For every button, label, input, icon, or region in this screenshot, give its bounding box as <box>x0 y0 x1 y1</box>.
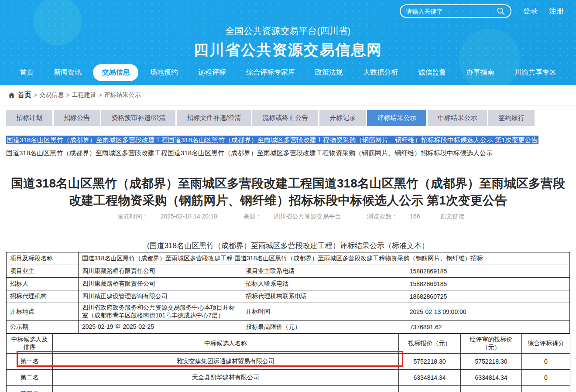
site-title: 四川省公共资源交易信息网 <box>0 40 576 60</box>
search-box[interactable] <box>400 4 511 18</box>
nav-item-integrity[interactable]: 诚信监督 <box>409 64 455 81</box>
site-super-title: 全国公共资源交易平台(四川省) <box>0 25 576 37</box>
main-nav: 首页 新闻资讯 交易信息 场地预约 远程评标 综合评标专家库 政策法规 大数据分… <box>0 64 576 81</box>
row-value2: 18682860725 <box>406 290 569 303</box>
table-row: 公示期 2025-02-19 至 2025-02-25 投标最高限价（元） 73… <box>7 321 570 334</box>
nav-item-trade-info[interactable]: 交易信息 <box>93 64 138 81</box>
selected-list-item[interactable]: 国道318名山区黑竹（成都界）至雨城区多营段改建工程国道318名山区黑竹（成都界… <box>6 136 538 144</box>
breadcrumb-home[interactable]: 首页 <box>17 91 31 100</box>
nav-item-chuanyu-zone[interactable]: 川渝共享专区 <box>506 64 565 81</box>
row-value: 四川省政府政务服务和公共资源交易服务中心本项目开标室（成都市青羊区鼓楼南街101… <box>79 303 242 321</box>
tab-evaluation-result[interactable]: 评标结果公示 <box>367 110 426 126</box>
info-table: 项目及标段名称 国道318名山区黑竹（成都界）至雨城区多营段改建工程 国道318… <box>6 252 570 392</box>
breadcrumb-separator: > <box>98 92 102 99</box>
candidate-score <box>522 386 570 392</box>
breadcrumb-separator: > <box>66 92 69 99</box>
view-count: 浏览次数：166 <box>361 213 426 220</box>
col-header-reviewed-price: 经评审的投标价（元） <box>461 334 522 354</box>
section-title: (国道318名山区黑竹（成都界）至雨城区多营段改建工程）评标结果公示（标准文本） <box>0 241 576 251</box>
breadcrumb: 首页 > 交易信息 > 工程建设 > 评标结果公示 <box>0 85 576 106</box>
page-title: 国道318名山区黑竹（成都界）至雨城区多营段改建工程国道318名山区黑竹（成都界… <box>0 175 576 209</box>
tab-contract-performance[interactable]: 签约履行 <box>488 110 535 126</box>
row-value2: 15882869185 <box>406 278 569 290</box>
candidate-row-2: 第二名 天全县凯华建材有限公司 6334814.34 6334814.34 0 <box>7 370 570 386</box>
candidate-reviewed-price: 5752218.30 <box>461 354 522 370</box>
row-value2: 7376891.62 <box>406 321 569 334</box>
nav-item-home[interactable]: 首页 <box>11 64 42 81</box>
publish-time: 发布时间：2025-02-18 14:20:18 <box>111 213 223 220</box>
candidate-rank: 第三名 <box>7 386 53 392</box>
row-label2: 招标人联系电话 <box>242 278 406 290</box>
home-icon[interactable] <box>8 92 15 99</box>
row-value2: 2025-02-13 09:00:00 <box>406 303 569 321</box>
row-label: 公示期 <box>7 321 79 334</box>
row-value: 国道318名山区黑竹（成都界）至雨城区多营段改建工程 国道318名山区黑竹（成都… <box>79 252 570 265</box>
candidate-row-1: 第一名 雅安交建集团运通建材贸易有限公司 5752218.30 5752218.… <box>7 354 570 370</box>
col-header-rank: 中标候选人及排序 <box>7 334 53 354</box>
header-top: 登录 注册 <box>400 4 564 18</box>
candidate-rank: 第二名 <box>7 370 53 386</box>
table-row: 开标地点 四川省政府政务服务和公共资源交易服务中心本项目开标室（成都市青羊区鼓楼… <box>7 303 570 321</box>
breadcrumb-trade-info[interactable]: 交易信息 <box>39 91 64 99</box>
candidate-row-3: 第三名 <box>7 386 570 392</box>
tab-bid-announcement[interactable]: 招标公告 <box>54 110 100 126</box>
col-header-score: 综合评标得分 <box>522 334 570 354</box>
candidate-name: 雅安交建集团运通建材贸易有限公司 <box>53 354 399 370</box>
breadcrumb-construction[interactable]: 工程建设 <box>72 91 96 99</box>
list-item[interactable]: 国道318名山区黑竹（成都界）至雨城区多营段改建工程国道318名山区黑竹（成都界… <box>6 149 576 157</box>
col-header-name: 中标候选人名称 <box>53 334 399 354</box>
table-row: 项目业主 四川康藏路桥有限责任公司 项目业主联系电话 15882869185 <box>7 265 570 278</box>
nav-item-service-guide[interactable]: 办事指南 <box>458 64 503 81</box>
tab-failed-or-terminated[interactable]: 流标或终止公告 <box>252 110 318 126</box>
source: 来源：四川省公共资源交易平台 <box>237 213 347 220</box>
article-meta: 发布时间：2025-02-18 14:20:18 来源：四川省公共资源交易平台 … <box>0 213 576 221</box>
original-link[interactable]: 原文链接 <box>440 213 465 220</box>
breadcrumb-evaluation-result[interactable]: 评标结果公示 <box>104 91 141 99</box>
row-value2: 15882869185 <box>406 265 569 278</box>
row-value: 四川康藏路桥有限责任公司 <box>79 278 242 290</box>
candidate-bid-price <box>399 386 461 392</box>
nav-item-big-data[interactable]: 大数据分析 <box>354 64 407 81</box>
col-header-bid-price: 投标报价（元） <box>399 334 461 354</box>
tab-award-result[interactable]: 中标结果公示 <box>428 110 487 126</box>
row-label2: 投标最高限价（元） <box>242 321 406 334</box>
candidates-table: 中标候选人及排序 中标候选人名称 投标报价（元） 经评审的投标价（元） 综合评标… <box>6 334 570 392</box>
page-title-line2: 改建工程物资采购（钢筋网片、钢纤维）招标标段中标候选人公示 第1次变更公告 <box>4 192 572 209</box>
page-title-line1: 国道318名山区黑竹（成都界）至雨城区多营段改建工程国道318名山区黑竹（成都界… <box>4 175 572 192</box>
candidate-score: 0 <box>522 354 570 370</box>
table-row: 项目及标段名称 国道318名山区黑竹（成都界）至雨城区多营段改建工程 国道318… <box>7 252 570 265</box>
tab-bid-plan[interactable]: 招标计划 <box>6 110 52 126</box>
row-label: 项目及标段名称 <box>7 252 79 265</box>
table-row: 招标人 四川康藏路桥有限责任公司 招标人联系电话 15882869185 <box>7 278 570 290</box>
search-icon[interactable] <box>497 7 505 16</box>
tab-prequalification-addendum[interactable]: 资格预审补遗/澄清 <box>101 110 175 126</box>
row-value: 四川康藏路桥有限责任公司 <box>79 265 242 278</box>
tab-bid-doc-addendum[interactable]: 招标文件补遗/澄清 <box>177 110 251 126</box>
candidate-reviewed-price: 6334814.34 <box>461 370 522 386</box>
row-label: 招标代理机构 <box>7 290 79 303</box>
candidates-header-row: 中标候选人及排序 中标候选人名称 投标报价（元） 经评审的投标价（元） 综合评标… <box>7 334 570 354</box>
candidate-score: 0 <box>522 370 570 386</box>
row-label: 招标人 <box>7 278 79 290</box>
nav-item-news[interactable]: 新闻资讯 <box>45 64 90 81</box>
candidate-reviewed-price <box>461 386 522 392</box>
nav-item-remote-evaluation[interactable]: 远程评标 <box>189 64 235 81</box>
nav-item-policies[interactable]: 政策法规 <box>306 64 352 81</box>
row-label2: 开标时间 <box>242 303 406 321</box>
nav-item-expert-pool[interactable]: 综合评标专家库 <box>237 64 304 81</box>
nav-item-venue-booking[interactable]: 场地预约 <box>141 64 187 81</box>
tab-opening-record[interactable]: 开标记录 <box>319 110 366 126</box>
register-link[interactable]: 注册 <box>549 6 564 16</box>
candidate-bid-price: 5752218.30 <box>399 354 461 370</box>
row-value: 四川精正建设管理咨询有限公司 <box>79 290 242 303</box>
row-label: 开标地点 <box>7 303 79 321</box>
breadcrumb-separator: > <box>34 92 37 99</box>
candidate-name: 天全县凯华建材有限公司 <box>53 370 399 386</box>
row-label2: 项目业主联系电话 <box>242 265 406 278</box>
search-input[interactable] <box>406 8 493 15</box>
login-link[interactable]: 登录 <box>523 6 538 16</box>
tab-bar: 招标计划 招标公告 资格预审补遗/澄清 招标文件补遗/澄清 流标或终止公告 开标… <box>6 110 576 126</box>
candidate-name <box>53 386 399 392</box>
table-row: 招标代理机构 四川精正建设管理咨询有限公司 招标代理机构联系电话 1868286… <box>7 290 570 303</box>
row-label: 项目业主 <box>7 265 79 278</box>
